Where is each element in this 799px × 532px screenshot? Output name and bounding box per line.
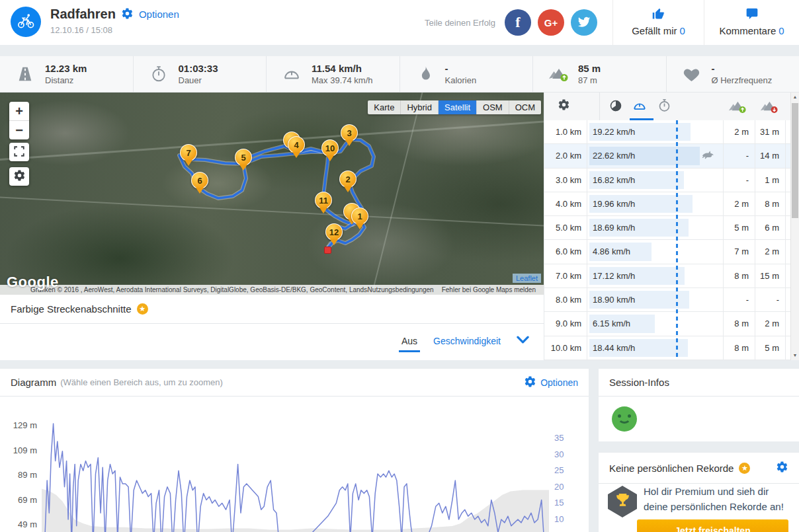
split-row[interactable]: 4.0 km19.96 km/h2 m8 m <box>544 192 790 216</box>
split-elevation-up: - <box>723 144 755 167</box>
twitter-share-button[interactable] <box>571 9 597 36</box>
split-row[interactable]: 8.0 km18.90 km/h-- <box>544 288 790 312</box>
diagram-options-link[interactable]: Optionen <box>540 377 578 388</box>
split-distance: 6.0 km <box>544 240 587 263</box>
comments-button[interactable]: Kommentare0 <box>704 0 799 45</box>
route-marker-4[interactable]: 4 <box>288 136 305 153</box>
split-distance: 9.0 km <box>544 312 587 335</box>
map-canvas[interactable]: 3457621011112 KarteHybridSatellitOSMOCM … <box>0 93 544 295</box>
google-logo: Google <box>7 274 59 291</box>
gear-icon[interactable] <box>524 375 536 390</box>
split-row[interactable]: 10.0 km18.44 km/h8 m5 m <box>544 336 790 360</box>
segments-off-tab[interactable]: Aus <box>401 336 417 346</box>
stat-heartrate: -Ø Herzfrequenz <box>667 56 799 92</box>
split-speed: 18.69 km/h <box>593 223 635 233</box>
session-info-title: Session-Infos <box>609 377 669 388</box>
activity-page: Radfahren Optionen 12.10.16 / 15:08 Teil… <box>0 0 799 532</box>
split-row[interactable]: 6.0 km4.86 km/h7 m2 m <box>544 240 790 264</box>
zoom-in-button[interactable]: + <box>9 102 29 120</box>
split-speed-cell: 18.69 km/h <box>587 216 723 239</box>
split-elevation-down: 5 m <box>755 336 785 360</box>
scrollbar-thumb[interactable] <box>792 103 798 218</box>
route-marker-7[interactable]: 7 <box>180 144 197 161</box>
tab-speed-icon[interactable] <box>632 98 647 115</box>
map-layer-control: KarteHybridSatellitOSMOCM <box>368 100 541 114</box>
split-speed-cell: 22.62 km/h <box>587 144 723 167</box>
split-speed-cell: 18.90 km/h <box>587 288 723 311</box>
split-elevation-up: 8 m <box>723 336 755 360</box>
split-elevation-down: 31 m <box>755 120 785 143</box>
leaflet-attribution[interactable]: Leaflet <box>513 274 541 283</box>
split-speed-cell: 18.44 km/h <box>587 336 723 360</box>
chevron-down-icon[interactable] <box>517 336 529 346</box>
split-speed: 18.90 km/h <box>593 295 635 305</box>
speedometer-icon <box>281 65 302 83</box>
route-marker-11[interactable]: 11 <box>315 192 332 209</box>
split-row[interactable]: 5.0 km18.69 km/h5 m6 m <box>544 216 790 240</box>
split-row[interactable]: 9.0 km6.15 km/h8 m2 m <box>544 312 790 336</box>
premium-star-icon: ★ <box>739 463 750 474</box>
split-elevation-down: 8 m <box>755 192 785 215</box>
like-button[interactable]: Gefällt mir0 <box>612 0 704 45</box>
route-marker-2[interactable]: 2 <box>339 171 357 188</box>
split-speed-cell: 19.22 km/h <box>587 120 723 143</box>
split-speed-cell: 4.86 km/h <box>587 240 723 263</box>
route-marker-10[interactable]: 10 <box>321 139 339 157</box>
route-marker-5[interactable]: 5 <box>235 149 252 166</box>
split-speed: 4.86 km/h <box>593 247 630 256</box>
report-error-link[interactable]: Fehler bei Google Maps melden <box>442 286 536 293</box>
tab-duration-icon[interactable] <box>657 98 671 114</box>
map-layer-button[interactable]: Karte <box>368 100 400 114</box>
splits-scrollbar[interactable]: ▲ ▼ <box>790 93 799 360</box>
map-layer-button[interactable]: Satellit <box>438 100 476 114</box>
records-title: Keine persönlichen Rekorde <box>609 463 734 474</box>
split-elevation-down: 6 m <box>755 216 785 239</box>
trophy-icon <box>614 492 631 511</box>
route-marker-6[interactable]: 6 <box>191 172 208 189</box>
speed-tick: 35 <box>554 433 581 443</box>
route-marker-1[interactable]: 1 <box>351 208 368 225</box>
split-distance: 4.0 km <box>544 192 587 215</box>
splits-panel: 1.0 km19.22 km/h2 m31 m2.0 km22.62 km/h-… <box>544 93 799 360</box>
mood-smiley-icon <box>612 406 637 432</box>
route-end-dot <box>324 247 331 254</box>
map-attribution: Grafiken © 2016 , AeroWest, Aerodata Int… <box>0 285 544 295</box>
split-distance: 10.0 km <box>544 336 587 360</box>
scroll-up-arrow[interactable]: ▲ <box>791 93 799 102</box>
split-row[interactable]: 2.0 km22.62 km/h-14 m <box>544 144 790 168</box>
map-layer-button[interactable]: OCM <box>509 100 541 114</box>
unlock-premium-button[interactable]: Jetzt freischalten <box>637 519 788 532</box>
split-distance: 3.0 km <box>544 169 587 192</box>
fullscreen-button[interactable] <box>9 143 29 161</box>
split-row-filler <box>785 264 790 287</box>
split-speed: 18.44 km/h <box>593 343 635 353</box>
split-row-filler <box>785 336 790 360</box>
options-link[interactable]: Optionen <box>139 9 179 20</box>
split-row[interactable]: 1.0 km19.22 km/h2 m31 m <box>544 120 790 144</box>
tab-pace-icon[interactable] <box>609 98 623 115</box>
route-marker-12[interactable]: 12 <box>325 223 343 241</box>
scroll-down-arrow[interactable]: ▼ <box>791 351 799 360</box>
segments-speed-tab[interactable]: Geschwindigkeit <box>433 336 501 346</box>
googleplus-share-button[interactable]: G+ <box>538 9 564 36</box>
split-row[interactable]: 3.0 km16.82 km/h-1 m <box>544 169 790 192</box>
gear-icon[interactable] <box>121 7 134 22</box>
split-row[interactable]: 7.0 km17.12 km/h8 m15 m <box>544 264 790 288</box>
facebook-share-button[interactable]: f <box>505 9 531 36</box>
elevation-tick: 109 m <box>5 445 37 455</box>
route-marker-3[interactable]: 3 <box>341 124 358 141</box>
records-settings-icon[interactable] <box>776 461 788 475</box>
map-settings-button[interactable] <box>9 167 29 186</box>
map-zoom-control: + − <box>9 102 29 139</box>
split-elevation-down: 2 m <box>755 240 785 263</box>
split-row-filler <box>785 240 790 263</box>
elevation-tick: 89 m <box>5 470 37 480</box>
gear-icon <box>13 169 26 184</box>
zoom-out-button[interactable]: − <box>9 120 29 139</box>
diagram-svg[interactable] <box>42 410 549 532</box>
splits-settings-icon[interactable] <box>558 98 570 113</box>
map-layer-button[interactable]: OSM <box>476 100 509 114</box>
map-layer-button[interactable]: Hybrid <box>400 100 438 114</box>
terms-link[interactable]: Nutzungsbedingungen <box>368 286 434 293</box>
share-label: Teile deinen Erfolg <box>425 18 495 28</box>
